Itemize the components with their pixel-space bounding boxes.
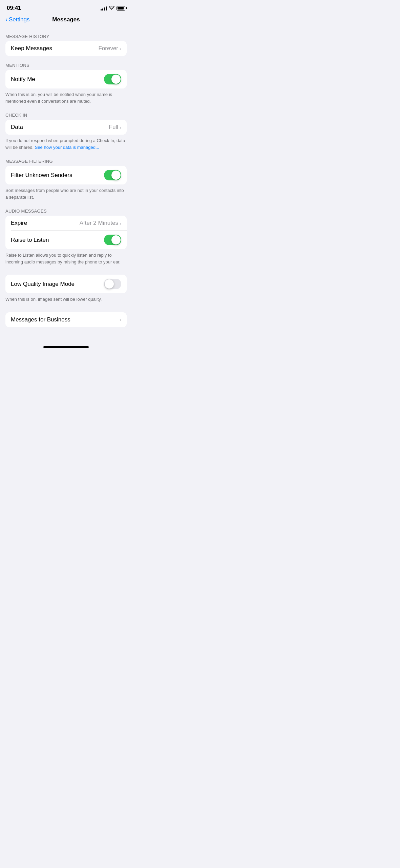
data-item[interactable]: Data Full ›	[5, 120, 127, 135]
keep-messages-label: Keep Messages	[11, 45, 52, 52]
filter-unknown-senders-item: Filter Unknown Senders	[5, 166, 127, 184]
keep-messages-item[interactable]: Keep Messages Forever ›	[5, 41, 127, 56]
back-label: Settings	[9, 16, 29, 23]
message-filtering-group: Filter Unknown Senders	[5, 166, 127, 184]
raise-to-listen-toggle[interactable]	[104, 235, 121, 245]
expire-label: Expire	[11, 220, 27, 226]
status-time: 09:41	[7, 5, 21, 12]
data-chevron: ›	[120, 124, 121, 130]
section-header-check-in: CHECK IN	[0, 106, 132, 120]
page-title: Messages	[52, 16, 80, 23]
nav-header: ‹ Settings Messages	[0, 14, 132, 27]
filter-unknown-senders-label: Filter Unknown Senders	[11, 172, 72, 179]
messages-for-business-group: Messages for Business ›	[5, 312, 127, 327]
notify-me-label: Notify Me	[11, 76, 35, 83]
filter-unknown-senders-toggle[interactable]	[104, 170, 121, 180]
expire-chevron: ›	[120, 220, 121, 226]
messages-for-business-value: ›	[120, 317, 121, 322]
filter-unknown-senders-helper: Sort messages from people who are not in…	[0, 184, 132, 202]
section-header-mentions: MENTIONS	[0, 56, 132, 70]
home-indicator	[0, 338, 132, 351]
expire-item[interactable]: Expire After 2 Minutes ›	[5, 216, 127, 231]
message-history-group: Keep Messages Forever ›	[5, 41, 127, 56]
signal-icon	[101, 6, 107, 11]
messages-for-business-chevron: ›	[120, 317, 121, 322]
data-value: Full ›	[109, 124, 121, 131]
wifi-icon	[109, 5, 114, 11]
raise-to-listen-helper: Raise to Listen allows you to quickly li…	[0, 249, 132, 267]
status-bar: 09:41	[0, 0, 132, 14]
battery-icon	[117, 6, 125, 11]
notify-me-toggle[interactable]	[104, 74, 121, 84]
low-quality-image-mode-label: Low Quality Image Mode	[11, 281, 75, 288]
status-icons	[101, 5, 125, 11]
low-quality-image-mode-toggle[interactable]	[104, 279, 121, 289]
home-bar	[43, 346, 89, 348]
keep-messages-chevron: ›	[120, 46, 121, 52]
section-header-message-history: MESSAGE HISTORY	[0, 27, 132, 41]
audio-messages-group: Expire After 2 Minutes › Raise to Listen	[5, 216, 127, 249]
data-label: Data	[11, 124, 23, 131]
settings-content: MESSAGE HISTORY Keep Messages Forever › …	[0, 27, 132, 338]
mentions-group: Notify Me	[5, 70, 127, 88]
low-quality-image-mode-item: Low Quality Image Mode	[5, 275, 127, 293]
keep-messages-value: Forever ›	[98, 45, 121, 52]
raise-to-listen-label: Raise to Listen	[11, 237, 49, 243]
section-header-audio-messages: AUDIO MESSAGES	[0, 202, 132, 216]
notify-me-item: Notify Me	[5, 70, 127, 88]
check-in-helper: If you do not respond when prompted duri…	[0, 135, 132, 152]
back-chevron-icon: ‹	[5, 16, 7, 23]
section-header-message-filtering: MESSAGE FILTERING	[0, 152, 132, 166]
low-quality-group: Low Quality Image Mode	[5, 275, 127, 293]
data-management-link[interactable]: See how your data is managed...	[35, 145, 99, 150]
messages-for-business-label: Messages for Business	[11, 316, 70, 323]
back-button[interactable]: ‹ Settings	[5, 16, 29, 23]
expire-value: After 2 Minutes ›	[80, 220, 121, 226]
check-in-group: Data Full ›	[5, 120, 127, 135]
notify-me-helper: When this is on, you will be notified wh…	[0, 88, 132, 106]
low-quality-helper: When this is on, images sent will be low…	[0, 293, 132, 304]
messages-for-business-item[interactable]: Messages for Business ›	[5, 312, 127, 327]
raise-to-listen-item: Raise to Listen	[5, 231, 127, 249]
